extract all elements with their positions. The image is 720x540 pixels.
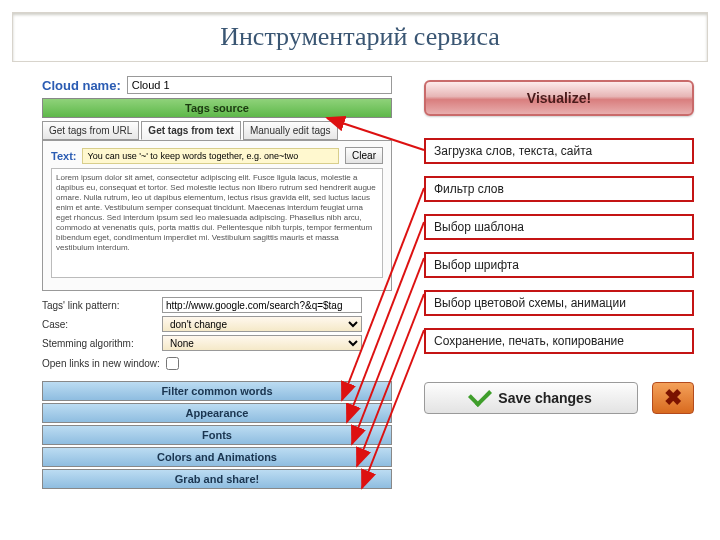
tag-options: Tags' link pattern: Case: don't change S…: [42, 297, 392, 373]
annot-filter: Фильтр слов: [424, 176, 694, 202]
save-row: Save changes ✖: [424, 382, 694, 414]
accordion-colors[interactable]: Colors and Animations: [42, 447, 392, 467]
case-label: Case:: [42, 319, 162, 330]
annotation-stack: Загрузка слов, текста, сайта Фильтр слов…: [424, 138, 694, 354]
page-title: Инструментарий сервиса: [220, 22, 500, 52]
text-hint: You can use '~' to keep words together, …: [82, 148, 339, 164]
tab-url[interactable]: Get tags from URL: [42, 121, 139, 140]
stemming-select[interactable]: None: [162, 335, 362, 351]
text-label: Text:: [51, 150, 76, 162]
check-icon: [470, 388, 490, 409]
left-column: Cloud name: Tags source Get tags from UR…: [42, 76, 392, 489]
annot-load: Загрузка слов, текста, сайта: [424, 138, 694, 164]
accordion-fonts[interactable]: Fonts: [42, 425, 392, 445]
newwin-label: Open links in new window:: [42, 358, 162, 369]
cloud-name-row: Cloud name:: [42, 76, 392, 94]
close-icon: ✖: [664, 385, 682, 411]
cloud-name-input[interactable]: [127, 76, 392, 94]
cancel-button[interactable]: ✖: [652, 382, 694, 414]
accordion-grab[interactable]: Grab and share!: [42, 469, 392, 489]
tags-source-header[interactable]: Tags source: [42, 98, 392, 118]
stemming-label: Stemming algorithm:: [42, 338, 162, 349]
cloud-name-label: Cloud name:: [42, 78, 121, 93]
annot-template: Выбор шаблона: [424, 214, 694, 240]
app-body: Cloud name: Tags source Get tags from UR…: [12, 70, 708, 528]
annot-font: Выбор шрифта: [424, 252, 694, 278]
clear-button[interactable]: Clear: [345, 147, 383, 164]
annot-colors: Выбор цветовой схемы, анимации: [424, 290, 694, 316]
accordion-appearance[interactable]: Appearance: [42, 403, 392, 423]
link-pattern-input[interactable]: [162, 297, 362, 313]
save-changes-button[interactable]: Save changes: [424, 382, 638, 414]
right-column: Visualize! Загрузка слов, текста, сайта …: [424, 80, 694, 414]
newwin-checkbox[interactable]: [166, 357, 179, 370]
tags-source-tabs: Get tags from URL Get tags from text Man…: [42, 121, 392, 140]
accordion-filter[interactable]: Filter common words: [42, 381, 392, 401]
text-area[interactable]: [51, 168, 383, 278]
visualize-button[interactable]: Visualize!: [424, 80, 694, 116]
page-title-bar: Инструментарий сервиса: [12, 12, 708, 62]
tab-text[interactable]: Get tags from text: [141, 121, 241, 140]
case-select[interactable]: don't change: [162, 316, 362, 332]
annot-save: Сохранение, печать, копирование: [424, 328, 694, 354]
link-pattern-label: Tags' link pattern:: [42, 300, 162, 311]
save-label: Save changes: [498, 390, 591, 406]
text-panel: Text: You can use '~' to keep words toge…: [42, 140, 392, 291]
tab-manual[interactable]: Manually edit tags: [243, 121, 338, 140]
